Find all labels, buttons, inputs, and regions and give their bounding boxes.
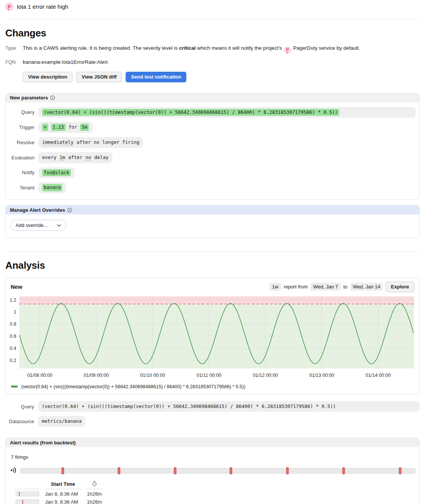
firing-start-time: Jan 9, 8:36 AM bbox=[44, 499, 82, 504]
datasource-row: Datasource metrics/banana bbox=[5, 416, 420, 427]
notify-value-pill: foo@slack bbox=[38, 167, 75, 178]
new-parameters-header: New parameters bbox=[6, 93, 419, 102]
firing-duration: 1h26m bbox=[86, 499, 103, 504]
explore-button[interactable]: Explore bbox=[386, 282, 414, 292]
tenant-name: banana bbox=[42, 184, 62, 191]
page-header: P Iota 1 error rate high bbox=[5, 0, 420, 11]
table-row: Jan 8, 8:36 AM 1h26m bbox=[15, 491, 103, 497]
firing-marker bbox=[342, 467, 345, 474]
firing-marker bbox=[399, 467, 401, 474]
start-time-header: Start Time bbox=[44, 480, 82, 489]
manage-overrides-header: Manage Alert Overrides bbox=[6, 205, 419, 214]
resolve-term[interactable]: immediately bbox=[42, 139, 74, 146]
svg-text:01/13 00:00: 01/13 00:00 bbox=[309, 373, 334, 378]
query-param-row: Query (vector(0.64) + (sin(((timestamp(v… bbox=[9, 107, 416, 118]
svg-text:01/10 00:00: 01/10 00:00 bbox=[140, 373, 165, 378]
type-label: Type bbox=[5, 45, 23, 51]
svg-text:01/08 00:00: 01/08 00:00 bbox=[27, 373, 52, 378]
trigger-value-pill: > 1.13 for 5m bbox=[38, 122, 93, 133]
changes-heading: Changes bbox=[5, 27, 420, 39]
manage-overrides-card: Manage Alert Overrides Add override... bbox=[5, 205, 420, 238]
tenant-param-row: Tenant banana bbox=[9, 182, 416, 193]
pagerduty-icon: P bbox=[5, 3, 13, 11]
svg-text:0.2: 0.2 bbox=[10, 358, 16, 363]
bar-column-header bbox=[15, 480, 40, 489]
firings-summary: 7 firings bbox=[11, 454, 416, 460]
analysis-heading: Analysis bbox=[5, 260, 420, 271]
trigger-operator: > bbox=[42, 124, 48, 131]
resolve-param-row: Resolve immediately after no longer firi… bbox=[9, 137, 416, 148]
analysis-query-row: Query (vector(0.64) + (sin(((timestamp(v… bbox=[5, 401, 420, 412]
svg-text:01/09 00:00: 01/09 00:00 bbox=[84, 373, 109, 378]
legend-series-label: (vector(0.64) + (sin(((timestamp(vector(… bbox=[21, 384, 246, 389]
broadcast-icon bbox=[10, 466, 17, 476]
evaluation-label: Evaluation bbox=[9, 155, 35, 161]
firing-marker bbox=[61, 467, 64, 474]
divider bbox=[5, 251, 420, 252]
svg-text:01/14 00:00: 01/14 00:00 bbox=[366, 373, 391, 378]
firing-marker bbox=[174, 467, 176, 474]
range-to-chip[interactable]: Wed, Jan 14 bbox=[350, 283, 383, 291]
page-title: Iota 1 error rate high bbox=[17, 3, 68, 10]
svg-text:01/11 00:00: 01/11 00:00 bbox=[197, 373, 221, 378]
evaluation-param-row: Evaluation every 1m after no delay bbox=[9, 152, 416, 163]
notify-param-row: Notify foo@slack bbox=[9, 167, 416, 178]
panel-label: New bbox=[11, 284, 22, 290]
analysis-card: New 1w report from Wed, Jan 7 to Wed, Ja… bbox=[5, 277, 420, 395]
type-description: This is a CAWS alerting rule. It is bein… bbox=[23, 45, 360, 54]
type-row: Type This is a CAWS alerting rule. It is… bbox=[5, 45, 420, 54]
datasource-pill: metrics/banana bbox=[38, 416, 85, 427]
svg-text:0.4: 0.4 bbox=[10, 345, 16, 351]
range-duration-chip[interactable]: 1w bbox=[269, 283, 281, 291]
firings-table: Start Time Jan 8, 8:36 AM 1h26m bbox=[10, 479, 107, 504]
analysis-query-pill: (vector(0.64) + (sin(((timestamp(vector(… bbox=[38, 401, 420, 412]
report-range-controls: 1w report from Wed, Jan 7 to Wed, Jan 14… bbox=[269, 282, 414, 292]
view-description-button[interactable]: View description bbox=[23, 72, 72, 82]
legend-series-dash bbox=[11, 386, 18, 387]
query-value-pill: (vector(0.64) + (sin(((timestamp(vector(… bbox=[38, 107, 416, 118]
fqn-row: FQN banana:example:Iota1ErrorRate:Alert bbox=[5, 59, 420, 65]
table-row: Jan 9, 8:36 AM 1h26m bbox=[15, 499, 103, 504]
firing-duration: 1h26m bbox=[86, 491, 103, 497]
duration-column-header bbox=[86, 480, 103, 489]
changes-actions: View description View JSON diff Send tes… bbox=[23, 72, 420, 82]
svg-text:0.6: 0.6 bbox=[10, 334, 16, 339]
divider bbox=[5, 19, 420, 19]
notify-target: foo@slack bbox=[42, 169, 71, 176]
view-json-diff-button[interactable]: View JSON diff bbox=[76, 72, 122, 82]
evaluation-interval[interactable]: 1m bbox=[60, 154, 65, 161]
notify-label: Notify bbox=[9, 170, 35, 175]
trigger-label: Trigger bbox=[9, 124, 35, 130]
range-from-chip[interactable]: Wed, Jan 7 bbox=[310, 283, 341, 291]
firing-marker bbox=[286, 467, 289, 474]
firing-timeline-bar bbox=[20, 468, 416, 474]
evaluation-delay-mod[interactable]: no bbox=[85, 154, 91, 161]
tenant-value-pill: banana bbox=[38, 182, 66, 193]
svg-text:1: 1 bbox=[14, 309, 16, 315]
alert-change-page: P Iota 1 error rate high Changes Type Th… bbox=[0, 0, 425, 504]
query-label: Query bbox=[9, 109, 35, 115]
severity-level: critical bbox=[179, 45, 196, 51]
resolve-label: Resolve bbox=[9, 140, 35, 145]
chart-legend: (vector(0.64) + (sin(((timestamp(vector(… bbox=[6, 383, 419, 394]
firing-timeline bbox=[10, 466, 416, 476]
firing-tick bbox=[19, 492, 20, 496]
add-override-select[interactable]: Add override... bbox=[10, 220, 66, 231]
info-icon[interactable] bbox=[50, 95, 55, 100]
alert-results-card: Alert results (from backtest) 7 firings … bbox=[5, 438, 420, 504]
trigger-param-row: Trigger > 1.13 for 5m bbox=[9, 122, 416, 133]
chevron-down-icon bbox=[57, 222, 61, 228]
firing-marker bbox=[118, 467, 120, 474]
trigger-duration: 5m bbox=[80, 124, 89, 131]
query-expression: (vector(0.64) + (sin(((timestamp(vector(… bbox=[42, 109, 339, 116]
firing-minibar bbox=[16, 491, 39, 496]
analysis-chart: 0.20.40.60.811.201/08 00:0001/09 00:0001… bbox=[6, 295, 419, 381]
datasource-label: Datasource bbox=[5, 419, 34, 424]
info-icon[interactable] bbox=[67, 208, 72, 213]
firing-tick bbox=[22, 500, 23, 504]
svg-text:01/12 00:00: 01/12 00:00 bbox=[253, 373, 278, 378]
resolve-value-pill: immediately after no longer firing bbox=[38, 137, 143, 148]
fqn-label: FQN bbox=[5, 59, 23, 65]
firing-start-time: Jan 8, 8:36 AM bbox=[44, 491, 82, 497]
send-test-notification-button[interactable]: Send test notification bbox=[126, 72, 186, 82]
